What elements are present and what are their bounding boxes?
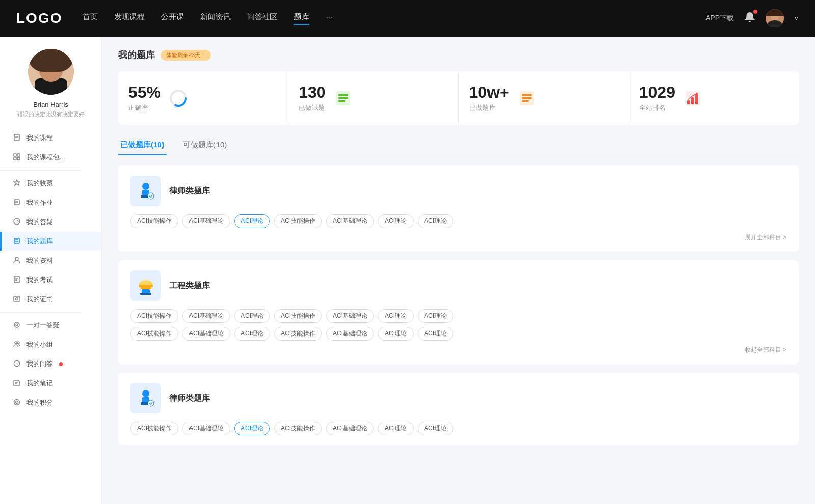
nav-home[interactable]: 首页 (83, 12, 98, 25)
sidebar-item-profile[interactable]: 我的资料 (0, 251, 101, 270)
bank-tag[interactable]: ACI基础理论 (182, 214, 230, 228)
bank-tag[interactable]: ACI基础理论 (326, 309, 374, 323)
svg-point-33 (14, 322, 19, 327)
courses-label: 我的课程 (26, 133, 53, 143)
stat-done-questions-icon (333, 88, 354, 108)
main-content: 我的题库 体验剩余23天！ 55% 正确率 (102, 37, 815, 504)
my-questions-icon: ? (12, 360, 21, 369)
points-icon (12, 399, 21, 407)
exam-icon (12, 276, 21, 285)
bank-tag[interactable]: ACI理论 (418, 309, 453, 323)
nav-more[interactable]: ··· (325, 12, 332, 25)
my-questions-label: 我的问答 (26, 359, 53, 369)
sidebar-item-points[interactable]: 我的积分 (0, 393, 101, 412)
svg-point-27 (15, 257, 18, 260)
bank-tag[interactable]: ACI技能操作 (274, 327, 322, 341)
bank-tag[interactable]: ACI技能操作 (274, 214, 322, 228)
notification-badge (753, 10, 757, 14)
user-menu-chevron[interactable]: ∨ (794, 15, 799, 22)
user-avatar[interactable] (766, 9, 784, 27)
engineer-icon (130, 270, 161, 301)
stat-accuracy-text: 55% 正确率 (128, 83, 161, 113)
svg-rect-13 (14, 154, 16, 156)
bank-tag[interactable]: ACI理论 (418, 327, 453, 341)
sidebar-item-one-on-one[interactable]: 一对一答疑 (0, 316, 101, 335)
sidebar-item-exam[interactable]: 我的考试 (0, 270, 101, 290)
bank-law-1-title: 律师类题库 (169, 186, 210, 197)
group-icon (12, 341, 21, 349)
nav-discover[interactable]: 发现课程 (114, 12, 145, 25)
trial-badge: 体验剩余23天！ (161, 50, 211, 61)
bank-tag[interactable]: ACI理论 (234, 327, 270, 341)
bank-engineer-footer: 收起全部科目 > (130, 346, 786, 354)
bank-tag[interactable]: ACI基础理论 (182, 327, 230, 341)
bank-tag[interactable]: ACI基础理论 (182, 422, 230, 435)
bank-tag[interactable]: ACI技能操作 (130, 214, 178, 228)
collapse-btn-engineer[interactable]: 收起全部科目 > (745, 346, 786, 354)
svg-rect-28 (14, 276, 19, 283)
sidebar-motto: 错误的决定比没有决定要好 (12, 110, 90, 118)
bank-tag[interactable]: ACI技能操作 (130, 327, 178, 341)
bank-law-2-title: 律师类题库 (169, 393, 210, 404)
bank-tag[interactable]: ACI理论 (418, 422, 453, 435)
tab-done-banks[interactable]: 已做题库(10) (118, 135, 167, 155)
nav-news[interactable]: 新闻资讯 (200, 12, 231, 25)
sidebar-avatar-image (28, 49, 74, 95)
stat-done-banks: 10w+ 已做题库 (459, 71, 629, 125)
bank-tag[interactable]: ACI理论 (378, 327, 414, 341)
bank-tag[interactable]: ACI基础理论 (326, 214, 374, 228)
bank-tag[interactable]: ACI技能操作 (274, 422, 322, 435)
bank-card-law-1: 律师类题库 ACI技能操作 ACI基础理论 ACI理论 ACI技能操作 ACI基… (118, 165, 799, 252)
nav-qa[interactable]: 问答社区 (247, 12, 278, 25)
svg-rect-49 (338, 100, 345, 102)
bank-tag[interactable]: ACI基础理论 (326, 327, 374, 341)
tab-available-banks[interactable]: 可做题库(10) (181, 135, 229, 155)
bank-tag[interactable]: ACI理论 (378, 422, 414, 435)
bank-tag[interactable]: ACI技能操作 (274, 309, 322, 323)
sidebar-item-my-questions[interactable]: ? 我的问答 (0, 354, 101, 374)
lawyer-icon-2 (130, 383, 161, 413)
bank-tag-active[interactable]: ACI理论 (234, 214, 270, 228)
stat-done-questions-label: 已做试题 (298, 103, 325, 113)
sidebar-item-qa[interactable]: ? 我的答疑 (0, 212, 101, 232)
sidebar-item-homework[interactable]: 我的作业 (0, 193, 101, 212)
nav-open-course[interactable]: 公开课 (161, 12, 184, 25)
expand-btn-law-1[interactable]: 展开全部科目 > (745, 233, 786, 242)
svg-rect-9 (35, 78, 67, 95)
bank-tag[interactable]: ACI基础理论 (326, 422, 374, 435)
bank-tag[interactable]: ACI技能操作 (130, 422, 178, 435)
svg-rect-31 (14, 296, 20, 301)
notification-bell[interactable] (744, 12, 755, 25)
bank-tag-active[interactable]: ACI理论 (234, 422, 270, 435)
navbar-logo: LOGO (16, 10, 62, 26)
bank-tag[interactable]: ACI理论 (378, 214, 414, 228)
sidebar-username: Brian Harris (33, 101, 68, 108)
bank-law-1-tags: ACI技能操作 ACI基础理论 ACI理论 ACI技能操作 ACI基础理论 AC… (130, 214, 786, 228)
app-download-btn[interactable]: APP下载 (705, 14, 734, 23)
bank-tag[interactable]: ACI理论 (234, 309, 270, 323)
favorites-label: 我的收藏 (26, 179, 53, 188)
bank-tag[interactable]: ACI基础理论 (182, 309, 230, 323)
sidebar-item-packages[interactable]: 我的课程包... (0, 148, 101, 167)
navbar-right: APP下载 ∨ (705, 9, 799, 27)
stat-accuracy-label: 正确率 (128, 103, 161, 113)
svg-rect-2 (766, 9, 784, 16)
sidebar-item-courses[interactable]: 我的课程 (0, 128, 101, 148)
svg-point-58 (696, 93, 698, 95)
sidebar-item-notes[interactable]: 我的笔记 (0, 374, 101, 393)
bank-law-1-footer: 展开全部科目 > (130, 233, 786, 242)
nav-question-bank[interactable]: 题库 (294, 12, 309, 25)
sidebar-item-group[interactable]: 我的小组 (0, 335, 101, 354)
svg-rect-52 (522, 97, 532, 99)
bank-tag[interactable]: ACI技能操作 (130, 309, 178, 323)
one-on-one-icon (12, 321, 21, 330)
sidebar-item-favorites[interactable]: 我的收藏 (0, 174, 101, 193)
svg-point-32 (16, 297, 18, 300)
page-title: 我的题库 (118, 49, 155, 61)
bank-tag[interactable]: ACI理论 (418, 214, 453, 228)
sidebar-item-certificate[interactable]: 我的证书 (0, 290, 101, 309)
sidebar-divider-2 (0, 312, 81, 313)
sidebar-item-question-bank[interactable]: 我的题库 (0, 232, 101, 251)
bank-tag[interactable]: ACI理论 (378, 309, 414, 323)
stat-done-banks-label: 已做题库 (469, 103, 509, 113)
